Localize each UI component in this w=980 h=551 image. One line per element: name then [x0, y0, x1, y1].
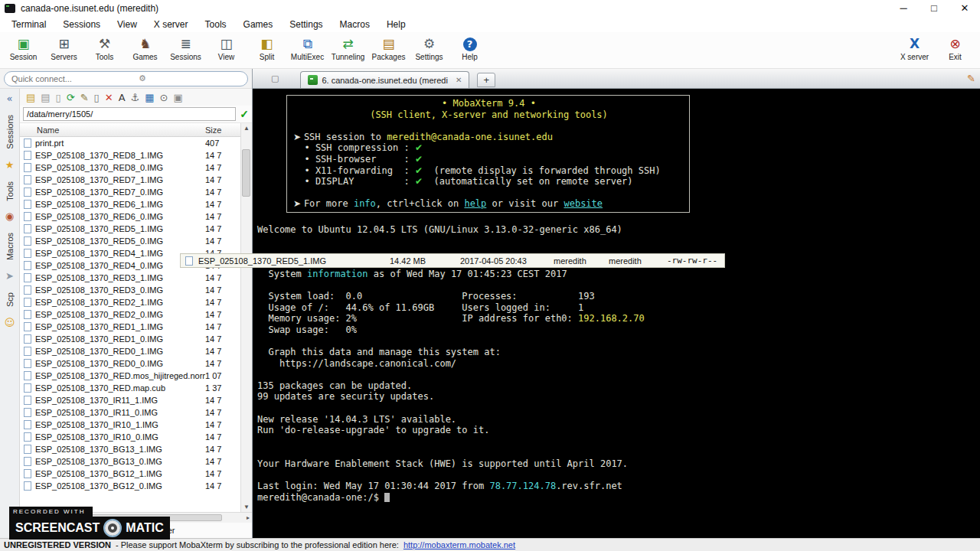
menu-item-macros[interactable]: Macros [332, 18, 378, 31]
file-row[interactable]: ESP_025108_1370_RED8_0.IMG14 7 [20, 161, 240, 174]
toolbar-help[interactable]: ?Help [449, 34, 490, 61]
folder-copy-icon[interactable]: ▤ [41, 92, 50, 103]
grid-icon[interactable]: ▦ [145, 92, 154, 103]
pencil-icon[interactable]: ✎ [967, 73, 975, 84]
toolbar-tunneling[interactable]: ⇄Tunneling [328, 34, 368, 61]
file-row[interactable]: ESP_025108_1370_RED1_0.IMG14 7 [20, 333, 240, 345]
file-row[interactable]: ESP_025108_1370_RED.mos_hijitreged.norm.… [20, 370, 240, 382]
statusbar-link[interactable]: http://mobaxterm.mobatek.net [403, 540, 515, 549]
toolbar-servers[interactable]: ⊞Servers [44, 34, 84, 61]
terminal-line: Last login: Wed May 17 01:30:44 2017 fro… [257, 481, 980, 492]
toolbar-view[interactable]: ◫View [206, 34, 247, 61]
file-icon [24, 249, 31, 258]
scroll-down-icon[interactable]: ▼ [243, 504, 250, 510]
file-row[interactable]: ESP_025108_1370_RED5_0.IMG14 7 [20, 235, 240, 247]
file-row[interactable]: ESP_025108_1370_RED.map.cub1 37 [20, 382, 240, 394]
toolbar-settings[interactable]: ⚙Settings [409, 34, 449, 61]
toolbar-multiexec[interactable]: ⧉MultiExec [287, 34, 328, 61]
file-row[interactable]: print.prt407 [20, 137, 240, 149]
delete-icon[interactable]: ✕ [105, 92, 113, 103]
column-header-name[interactable]: Name [20, 126, 205, 135]
file-row[interactable]: ESP_025108_1370_RED2_0.IMG14 7 [20, 308, 240, 321]
menu-item-settings[interactable]: Settings [281, 18, 331, 31]
cursor-icon[interactable]: ➤ [5, 271, 14, 282]
file-row[interactable]: ESP_025108_1370_RED7_1.IMG14 7 [20, 174, 240, 186]
file-row[interactable]: ESP_025108_1370_RED3_0.IMG14 7 [20, 284, 240, 296]
edit-icon[interactable]: ✎ [80, 92, 89, 103]
terminal-link[interactable]: website [564, 198, 603, 209]
tab-close-icon[interactable]: ✕ [456, 76, 462, 84]
minimize-button[interactable]: ─ [888, 1, 919, 16]
file-row[interactable]: ESP_025108_1370_RED0_1.IMG14 7 [20, 345, 240, 357]
side-tab-sessions[interactable]: Sessions [5, 111, 15, 153]
terminal-link[interactable]: help [464, 198, 486, 209]
anchor-icon[interactable]: ⚓ [131, 92, 140, 103]
toolbar-x-server[interactable]: XX server [894, 34, 935, 61]
file-row[interactable]: ESP_025108_1370_IR11_0.IMG14 7 [20, 406, 240, 419]
folder-back-icon[interactable]: ▤ [26, 92, 35, 103]
terminal-text: For more [304, 198, 354, 209]
side-tab-scp[interactable]: Scp [5, 289, 15, 311]
file-row[interactable]: ESP_025108_1370_RED6_0.IMG14 7 [20, 210, 240, 223]
menu-item-terminal[interactable]: Terminal [3, 18, 54, 31]
monitor-icon[interactable]: ▣ [173, 92, 182, 103]
file-row[interactable]: ESP_025108_1370_IR11_1.IMG14 7 [20, 394, 240, 406]
quick-connect-settings-icon[interactable]: ⚙ [139, 73, 146, 83]
quick-connect-input[interactable] [4, 71, 248, 86]
panel-body: «Sessions★Tools◉Macros➤Scp☺ ▤▤▯⟳✎▯✕A⚓▦⊙▣… [0, 89, 252, 538]
toolbar-packages[interactable]: ▤Packages [368, 34, 409, 61]
file-row[interactable]: ESP_025108_1370_BG13_0.IMG14 7 [20, 455, 240, 468]
file-row[interactable]: ESP_025108_1370_RED1_1.IMG14 7 [20, 321, 240, 333]
scroll-up-icon[interactable]: ▲ [243, 125, 250, 132]
file-row[interactable]: ESP_025108_1370_BG12_1.IMG14 7 [20, 468, 240, 480]
toolbar-sessions[interactable]: ≣Sessions [165, 34, 206, 61]
side-tab-macros[interactable]: Macros [5, 229, 15, 264]
maximize-button[interactable]: □ [919, 1, 949, 16]
pin-icon[interactable]: ◉ [5, 211, 14, 222]
file-row[interactable]: ESP_025108_1370_RED2_1.IMG14 7 [20, 296, 240, 308]
menu-item-help[interactable]: Help [378, 18, 414, 31]
path-input[interactable] [23, 107, 236, 121]
tab-list-icon[interactable]: ▢ [271, 73, 279, 83]
smiley-icon[interactable]: ☺ [5, 318, 15, 328]
refresh-icon[interactable]: ⟳ [67, 92, 75, 103]
file-row[interactable]: ESP_025108_1370_IR10_1.IMG14 7 [20, 419, 240, 431]
scroll-right-icon[interactable]: ▸ [247, 514, 250, 521]
tab-session[interactable]: 6. canada-one.isunet.edu (meredi ✕ [300, 71, 469, 88]
toolbar-split[interactable]: ◧Split [247, 34, 287, 61]
file-row[interactable]: ESP_025108_1370_RED5_1.IMG14 7 [20, 223, 240, 235]
side-tab-tools[interactable]: Tools [5, 178, 15, 205]
toolbar-label-exit: Exit [949, 53, 962, 61]
toolbar-tools[interactable]: ⚒Tools [84, 34, 125, 61]
toolbar-exit[interactable]: ⊗Exit [935, 34, 975, 61]
column-header-size[interactable]: Size [205, 126, 240, 135]
file-row[interactable]: ESP_025108_1370_IR10_0.IMG14 7 [20, 431, 240, 443]
file-row[interactable]: ESP_025108_1370_RED6_1.IMG14 7 [20, 198, 240, 210]
toolbar-games[interactable]: ♞Games [125, 34, 165, 61]
file-row[interactable]: ESP_025108_1370_RED7_0.IMG14 7 [20, 186, 240, 198]
terminal-link[interactable]: https://landscape.canonical.com/ [279, 358, 456, 369]
path-ok-icon[interactable]: ✓ [240, 108, 249, 120]
toolbar-session[interactable]: ▣Session [3, 34, 44, 61]
file-row[interactable]: ESP_025108_1370_BG13_1.IMG14 7 [20, 443, 240, 455]
menu-item-sessions[interactable]: Sessions [54, 18, 109, 31]
search-icon[interactable]: ⊙ [159, 92, 168, 103]
menu-item-x-server[interactable]: X server [145, 18, 197, 31]
menu-item-view[interactable]: View [109, 18, 145, 31]
star-icon[interactable]: ★ [5, 160, 15, 171]
new-tab-button[interactable]: + [477, 73, 495, 87]
vertical-scroll-thumb[interactable] [242, 149, 250, 197]
file-row[interactable]: ESP_025108_1370_RED3_1.IMG14 7 [20, 272, 240, 284]
document-icon[interactable]: ▯ [56, 92, 61, 103]
file-row[interactable]: ESP_025108_1370_RED8_1.IMG14 7 [20, 149, 240, 161]
close-button[interactable]: ✕ [949, 1, 980, 16]
file-row[interactable]: ESP_025108_1370_BG12_0.IMG14 7 [20, 480, 240, 492]
file-icon [24, 432, 31, 442]
collapse-sidebar-icon[interactable]: « [7, 93, 13, 104]
menu-item-games[interactable]: Games [235, 18, 282, 31]
file-row[interactable]: ESP_025108_1370_RED0_0.IMG14 7 [20, 357, 240, 370]
new-file-icon[interactable]: ▯ [94, 92, 100, 103]
menu-item-tools[interactable]: Tools [197, 18, 235, 31]
terminal[interactable]: • MobaXterm 9.4 •(SSH client, X-server a… [253, 89, 980, 538]
font-icon[interactable]: A [119, 92, 126, 103]
